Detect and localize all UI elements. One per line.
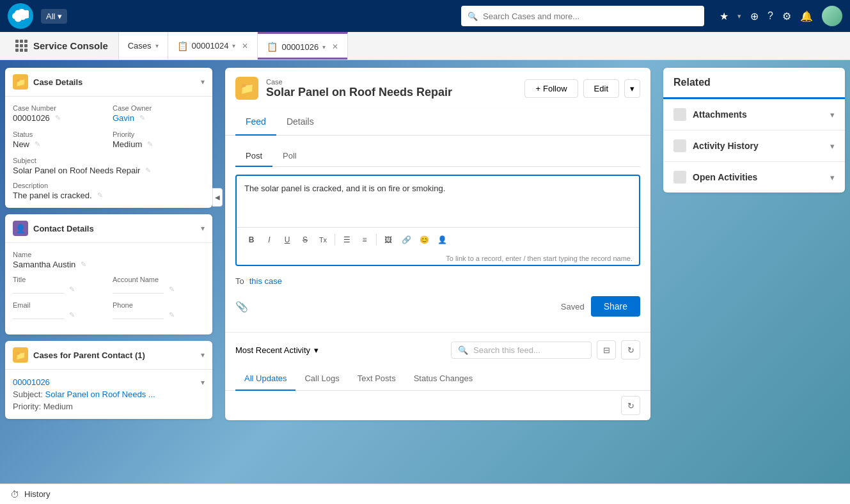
activity-history-icon (673, 139, 686, 152)
tab-00001026-close[interactable]: ✕ (332, 42, 338, 51)
parent-case-link[interactable]: 00001026 (13, 377, 50, 387)
feed-refresh-btn[interactable]: ↻ (621, 396, 640, 415)
contact-details-header: 👤 Contact Details ▾ (5, 214, 212, 243)
parent-contact-header: 📁 Cases for Parent Contact (1) ▾ (5, 341, 212, 370)
tab-details[interactable]: Details (276, 109, 324, 136)
notifications-icon[interactable]: 🔔 (800, 10, 813, 22)
bold-btn[interactable]: B (243, 232, 260, 248)
tab-cases[interactable]: Cases ▾ (119, 32, 168, 59)
editor-hint: To link to a record, enter / then start … (237, 252, 639, 265)
case-details-header: 📁 Case Details ▾ (5, 68, 212, 97)
add-icon[interactable]: ⊕ (750, 10, 759, 22)
edit-button[interactable]: Edit (583, 79, 619, 98)
parent-contact-body: 00001026 ▾ Subject: Solar Panel on Roof … (5, 370, 212, 419)
user-avatar[interactable] (822, 6, 842, 26)
tab-cases-dropdown[interactable]: ▾ (155, 42, 159, 49)
settings-icon[interactable]: ⚙ (782, 10, 791, 22)
history-label[interactable]: History (24, 489, 50, 499)
subject-value: Solar Panel on Roof Needs Repair ✎ (13, 166, 205, 175)
underline-btn[interactable]: U (279, 232, 295, 248)
phone-edit[interactable]: ✎ (169, 311, 175, 319)
related-attachments[interactable]: Attachments ▾ (663, 99, 845, 130)
parent-case-subject-value[interactable]: Solar Panel on Roof Needs ... (45, 390, 155, 399)
emoji-btn[interactable]: 😊 (416, 232, 432, 248)
to-value[interactable]: this case (249, 276, 282, 286)
text-editor: The solar panel is cracked, and it is on… (235, 175, 640, 266)
parent-contact-card: 📁 Cases for Parent Contact (1) ▾ 0000102… (5, 341, 212, 419)
priority-edit[interactable]: ✎ (147, 140, 153, 148)
tab-cases-label: Cases (128, 41, 152, 51)
email-label: Email (13, 301, 105, 309)
contact-details-body: Name Samantha Austin ✎ Title ✎ (5, 243, 212, 335)
share-button[interactable]: Share (591, 296, 640, 317)
description-edit[interactable]: ✎ (97, 191, 103, 200)
attach-icon[interactable]: 📎 (235, 301, 248, 313)
subject-label: Subject (13, 157, 205, 164)
contact-name-edit[interactable]: ✎ (81, 260, 86, 269)
priority-value: Medium ✎ (113, 139, 205, 149)
tab-00001024-close[interactable]: ✕ (242, 42, 248, 51)
more-actions-button[interactable]: ▾ (624, 79, 640, 98)
parent-contact-dropdown[interactable]: ▾ (201, 350, 205, 359)
tab-00001024-dropdown[interactable]: ▾ (232, 42, 235, 49)
tab-00001026-icon: 📋 (267, 42, 278, 52)
numbered-list-btn[interactable]: ≡ (356, 232, 373, 248)
account-name-edit[interactable]: ✎ (169, 285, 175, 294)
status-edit[interactable]: ✎ (35, 140, 40, 148)
poll-tab[interactable]: Poll (272, 146, 307, 167)
search-bar[interactable]: 🔍 (461, 6, 704, 26)
related-open-activities[interactable]: Open Activities ▾ (663, 162, 845, 193)
open-activities-dropdown[interactable]: ▾ (830, 173, 835, 182)
italic-btn[interactable]: I (261, 232, 278, 248)
help-icon[interactable]: ? (767, 10, 773, 22)
main-layout: 📁 Case Details ▾ Case Number 00001026 ✎ … (0, 60, 850, 484)
strikethrough-btn[interactable]: S (297, 232, 313, 248)
contact-details-dropdown[interactable]: ▾ (201, 224, 205, 233)
filter-icon-btn[interactable]: ⊟ (597, 340, 616, 359)
subject-edit[interactable]: ✎ (145, 166, 151, 175)
bullet-list-btn[interactable]: ☰ (338, 232, 355, 248)
related-activity-history[interactable]: Activity History ▾ (663, 130, 845, 162)
favorites-icon[interactable]: ★ (720, 10, 728, 22)
phone-value: ✎ (113, 310, 205, 319)
contact-title-edit[interactable]: ✎ (69, 285, 75, 294)
share-right: Saved Share (561, 296, 640, 317)
email-edit[interactable]: ✎ (69, 311, 75, 319)
follow-button[interactable]: + Follow (524, 79, 578, 98)
history-icon: ⏱ (10, 489, 19, 500)
tab-00001026[interactable]: 📋 00001026 ▾ ✕ (258, 32, 348, 59)
tab-feed[interactable]: Feed (235, 109, 276, 136)
expand-panel-btn[interactable]: ◀ (212, 188, 223, 207)
app-launcher[interactable]: Service Console (5, 32, 119, 59)
favorites-chevron[interactable]: ▾ (737, 12, 741, 20)
filter-text-posts[interactable]: Text Posts (349, 367, 405, 391)
case-details-dropdown[interactable]: ▾ (201, 77, 205, 86)
image-btn[interactable]: 🖼 (380, 232, 397, 248)
case-number-edit[interactable]: ✎ (55, 114, 61, 122)
search-input[interactable] (483, 12, 698, 21)
refresh-icon-btn[interactable]: ↻ (621, 340, 640, 359)
link-btn[interactable]: 🔗 (398, 232, 414, 248)
clear-format-btn[interactable]: Tx (315, 232, 331, 248)
all-dropdown[interactable]: All ▾ (41, 9, 67, 24)
search-feed: 🔍 Search this feed... (451, 342, 592, 359)
phone-field: Phone ✎ (113, 301, 205, 319)
activity-dropdown[interactable]: Most Recent Activity ▾ (235, 345, 319, 355)
top-nav: All ▾ 🔍 ★ ▾ ⊕ ? ⚙ 🔔 (0, 0, 850, 32)
post-tab[interactable]: Post (235, 146, 272, 167)
content-tabs: Feed Details (225, 109, 650, 136)
description-value: The panel is cracked. ✎ (13, 191, 205, 200)
filter-status-changes[interactable]: Status Changes (405, 367, 482, 391)
editor-area[interactable]: The solar panel is cracked, and it is on… (237, 176, 639, 227)
tab-00001024[interactable]: 📋 00001024 ▾ ✕ (168, 32, 258, 59)
center-panel: 📁 Case Solar Panel on Roof Needs Repair … (217, 60, 658, 484)
tab-00001026-dropdown[interactable]: ▾ (322, 43, 326, 51)
filter-call-logs[interactable]: Call Logs (295, 367, 348, 391)
mention-btn[interactable]: 👤 (434, 232, 450, 248)
filter-all-updates[interactable]: All Updates (235, 367, 295, 391)
attachments-dropdown[interactable]: ▾ (830, 110, 835, 120)
case-owner-edit[interactable]: ✎ (139, 114, 145, 122)
related-header: Related (663, 68, 845, 99)
activity-history-dropdown[interactable]: ▾ (830, 141, 835, 151)
parent-case-dropdown[interactable]: ▾ (201, 378, 205, 387)
